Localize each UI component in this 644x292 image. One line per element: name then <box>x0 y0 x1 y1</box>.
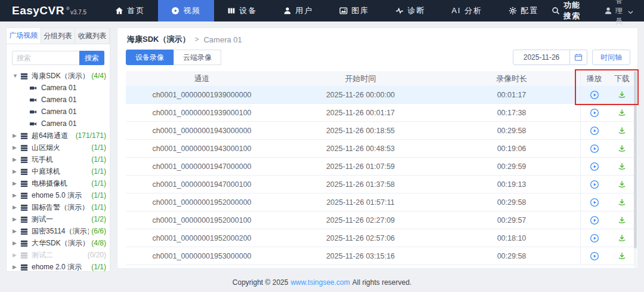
tree-group-item[interactable]: ▶国标告警（演示）(1/1) <box>7 201 110 213</box>
recording-type-tab[interactable]: 设备录像 <box>126 50 174 65</box>
arrow-right-icon[interactable]: ▶ <box>13 168 20 174</box>
cell-duration: 00:19:06 <box>443 145 580 153</box>
play-icon[interactable] <box>590 108 599 118</box>
footer-link[interactable]: www.tsingsee.com <box>290 278 349 287</box>
cell-start-time: 2025-11-26 00:01:17 <box>278 109 443 117</box>
arrow-right-icon[interactable]: ▶ <box>13 240 20 246</box>
tree-camera-item[interactable]: Camera 01 <box>7 82 110 94</box>
tree-group-item[interactable]: ▶ehome 2.0 演示(1/1) <box>7 261 110 272</box>
play-icon[interactable] <box>590 198 599 207</box>
play-icon[interactable] <box>590 180 599 189</box>
user-menu[interactable]: 管理员 <box>604 0 633 26</box>
tree-group-item[interactable]: ▶玩手机(1/1) <box>7 153 110 165</box>
timeline-button[interactable]: 时间轴 <box>592 50 630 65</box>
cell-start-time: 2025-11-26 02:57:06 <box>278 234 443 242</box>
table-scrollbar-thumb[interactable] <box>634 71 637 248</box>
tree-camera-label: Camera 01 <box>41 119 106 128</box>
arrow-right-icon[interactable]: ▶ <box>13 252 20 258</box>
play-icon[interactable] <box>590 144 599 153</box>
function-search[interactable]: 功能搜索 <box>552 0 584 21</box>
nav-item[interactable]: 用户 <box>270 0 326 21</box>
group-icon <box>20 228 28 235</box>
tree-group-item[interactable]: ▶超64路通道(171/171) <box>7 130 110 142</box>
download-icon[interactable] <box>617 233 627 243</box>
table-controls: 设备录像 云端录像 时间轴 <box>126 50 630 65</box>
sidebar-tab[interactable]: 广场视频 <box>7 28 41 44</box>
calendar-button[interactable] <box>570 50 587 65</box>
cell-duration: 00:19:13 <box>443 180 580 189</box>
play-icon[interactable] <box>590 162 599 171</box>
nav-item[interactable]: 首页 <box>102 0 158 21</box>
nav-item[interactable]: 配置 <box>496 0 552 21</box>
download-icon[interactable] <box>617 108 627 118</box>
tree-group-item[interactable]: ▶山区烟火(1/1) <box>7 142 110 153</box>
arrow-right-icon[interactable]: ▶ <box>13 228 20 234</box>
cell-channel: ch0001_00000001947000100 <box>126 180 278 189</box>
breadcrumb: 海康SDK（演示） > Camera 01 <box>127 34 242 45</box>
download-icon[interactable] <box>617 251 627 261</box>
download-icon[interactable] <box>617 144 627 153</box>
recording-type-tab[interactable]: 云端录像 <box>174 50 221 65</box>
cell-start-time: 2025-11-26 00:18:55 <box>278 127 443 135</box>
cell-duration: 00:18:10 <box>443 234 580 242</box>
table-row: ch0001_00000001939000000 2025-11-26 00:0… <box>126 86 636 104</box>
arrow-right-icon[interactable]: ▶ <box>13 264 20 270</box>
play-icon[interactable] <box>590 251 599 261</box>
tree-camera-item[interactable]: Camera 01 <box>7 118 110 130</box>
sidebar-tab[interactable]: 分组列表 <box>41 28 76 44</box>
app-version: v3.7.5 <box>70 9 86 16</box>
play-icon[interactable] <box>590 126 599 136</box>
nav-item[interactable]: AI 分析 <box>438 0 496 21</box>
download-icon[interactable] <box>617 180 627 189</box>
copyright-suffix: All rights reserved. <box>352 278 411 287</box>
search-input[interactable] <box>12 51 79 65</box>
arrow-right-icon[interactable]: ▶ <box>13 216 20 222</box>
tree-camera-label: Camera 01 <box>41 107 106 116</box>
download-icon[interactable] <box>617 216 627 225</box>
sidebar-tab[interactable]: 收藏列表 <box>75 28 110 44</box>
download-icon[interactable] <box>617 162 627 171</box>
camera-icon <box>29 84 37 92</box>
download-icon[interactable] <box>617 126 627 136</box>
play-icon[interactable] <box>590 90 599 100</box>
download-icon[interactable] <box>617 90 627 100</box>
nav-item[interactable]: 设备 <box>214 0 270 21</box>
play-icon[interactable] <box>590 233 599 243</box>
tree-group-label: 海康SDK（演示） <box>32 71 89 81</box>
tree-group-item[interactable]: ▶测试一(1/2) <box>7 213 110 225</box>
tree-group-item[interactable]: ▶中庭球机(1/1) <box>7 165 110 177</box>
tree-group-item[interactable]: ▼海康SDK（演示）(4/4) <box>7 70 110 82</box>
cell-channel: ch0001_00000001952000100 <box>126 216 278 225</box>
arrow-right-icon[interactable]: ▶ <box>13 192 20 198</box>
nav-item-label: AI 分析 <box>451 5 482 16</box>
tree-camera-item[interactable]: Camera 01 <box>7 106 110 118</box>
tree-group-item[interactable]: ▶国密35114（演示）(6/6) <box>7 225 110 237</box>
tree-group-count: (1/1) <box>89 143 106 152</box>
arrow-right-icon[interactable]: ▶ <box>13 156 20 162</box>
tree-group-item[interactable]: ▶ehome 5.0 演示(1/1) <box>7 189 110 201</box>
tree-group-item[interactable]: ▶电梯摄像机(1/1) <box>7 177 110 189</box>
arrow-right-icon[interactable]: ▶ <box>13 145 20 150</box>
nav-item[interactable]: 图库 <box>326 0 382 21</box>
arrow-right-icon[interactable]: ▶ <box>13 204 20 210</box>
cell-channel: ch0001_00000001939000000 <box>126 91 278 99</box>
group-icon <box>20 168 28 176</box>
date-input[interactable] <box>513 50 570 65</box>
cell-duration: 00:29:58 <box>443 252 580 260</box>
arrow-down-icon[interactable]: ▼ <box>13 73 20 79</box>
search-button[interactable]: 搜索 <box>79 51 104 65</box>
tree-group-item[interactable]: ▶测试二(0/20) <box>7 249 110 261</box>
play-icon[interactable] <box>590 216 599 225</box>
config-icon <box>509 7 517 15</box>
tree-group-item[interactable]: ▶大华SDK（演示）(4/8) <box>7 237 110 249</box>
cell-channel: ch0001_00000001939000100 <box>126 109 278 117</box>
download-icon[interactable] <box>617 198 627 207</box>
nav-item[interactable]: 诊断 <box>382 0 438 21</box>
tree-camera-item[interactable]: Camera 01 <box>7 94 110 106</box>
arrow-right-icon[interactable]: ▶ <box>13 133 20 139</box>
arrow-right-icon[interactable]: ▶ <box>13 180 20 186</box>
app-logo[interactable]: EasyCVR ® v3.7.5 <box>0 0 102 21</box>
breadcrumb-parent[interactable]: 海康SDK（演示） <box>127 34 190 45</box>
nav-item[interactable]: 视频 <box>158 0 214 21</box>
tree-group-label: 测试二 <box>32 250 85 260</box>
